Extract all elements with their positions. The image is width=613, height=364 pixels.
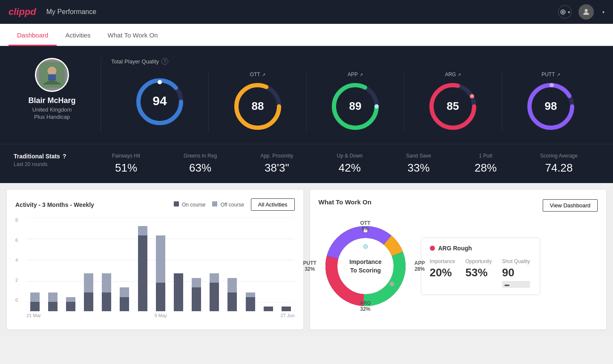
legend-off-course: Off course bbox=[212, 201, 244, 208]
bar-on-13 bbox=[264, 307, 273, 311]
bar-off-10 bbox=[210, 273, 219, 283]
gauge-ott-value: 88 bbox=[251, 100, 264, 112]
y-label-2: 2 bbox=[15, 278, 24, 283]
y-label-0: 0 bbox=[15, 298, 24, 303]
svg-point-2 bbox=[48, 67, 57, 76]
bars-rendered bbox=[26, 218, 295, 311]
plus-icon: ⊕ bbox=[560, 7, 566, 17]
gauge-total: 94 bbox=[111, 76, 208, 127]
bar-off-6 bbox=[138, 226, 147, 235]
x-axis: 21 Mar 9 May 27 Jun bbox=[26, 313, 295, 318]
bar-group-1 bbox=[44, 218, 61, 311]
metric-shot-quality-badge: ▬ bbox=[502, 281, 530, 288]
logo[interactable]: clippd bbox=[9, 6, 36, 17]
svg-point-6 bbox=[158, 80, 162, 84]
stats-bar-label: Traditional Stats ? Last 20 rounds bbox=[14, 153, 90, 167]
bottom-panels: Activity - 3 Months - Weekly On course O… bbox=[0, 183, 613, 336]
x-label-may: 9 May bbox=[154, 313, 167, 318]
putt-donut-label: PUTT 32% bbox=[303, 260, 317, 272]
divider-vertical bbox=[101, 58, 101, 132]
on-course-dot bbox=[174, 201, 179, 206]
bar-group-14 bbox=[278, 218, 294, 311]
stat-items: Fairways Hit 51% Greens In Reg 63% App. … bbox=[90, 153, 599, 175]
svg-rect-3 bbox=[48, 75, 56, 81]
player-handicap: Plus Handicap bbox=[34, 114, 70, 120]
stat-scoring-average: Scoring Average 74.28 bbox=[540, 153, 578, 175]
ott-donut-label: OTT 8% bbox=[360, 220, 371, 232]
bar-off-9 bbox=[192, 278, 201, 287]
user-avatar[interactable] bbox=[578, 4, 594, 20]
gauge-arg-value: 85 bbox=[447, 100, 459, 112]
gauge-app: APP ↗ 89 bbox=[306, 72, 404, 132]
bar-group-13 bbox=[260, 218, 276, 311]
bar-on-5 bbox=[120, 297, 129, 311]
y-label-4: 4 bbox=[15, 258, 24, 263]
svg-point-14 bbox=[470, 94, 474, 98]
legend-on-course: On course bbox=[174, 201, 206, 208]
header-title: My Performance bbox=[46, 8, 96, 16]
bar-off-12 bbox=[246, 292, 255, 297]
arg-donut-label: ARG 32% bbox=[360, 300, 371, 312]
off-course-label: Off course bbox=[221, 202, 244, 208]
all-activities-button[interactable]: All Activities bbox=[251, 198, 295, 211]
y-label-8: 8 bbox=[15, 218, 24, 223]
gauge-putt-svg: 98 bbox=[525, 81, 576, 132]
what-to-work-on-panel: What To Work On View Dashboard bbox=[310, 190, 607, 330]
bar-off-2 bbox=[66, 297, 75, 302]
bar-on-8 bbox=[174, 273, 183, 311]
add-chevron: ▾ bbox=[568, 10, 570, 14]
stat-app-proximity-label: App. Proximity bbox=[260, 153, 293, 159]
user-chevron: ▾ bbox=[602, 10, 604, 14]
svg-point-17 bbox=[550, 83, 554, 87]
stat-scoring-average-label: Scoring Average bbox=[540, 153, 578, 159]
player-avatar bbox=[35, 58, 69, 92]
stat-sand-save: Sand Save 33% bbox=[406, 153, 431, 175]
tab-activities[interactable]: Activities bbox=[57, 24, 99, 46]
bar-off-0 bbox=[30, 292, 40, 302]
add-button[interactable]: ⊕ ▾ bbox=[558, 5, 572, 19]
gauge-ott-label: OTT ↗ bbox=[250, 72, 265, 77]
donut-svg: Importance To Scoring bbox=[319, 219, 412, 313]
quality-help-icon[interactable]: ? bbox=[161, 58, 168, 65]
stat-sand-save-value: 33% bbox=[408, 161, 430, 175]
bar-on-14 bbox=[282, 307, 291, 311]
stat-up-and-down-value: 42% bbox=[339, 161, 361, 175]
bar-on-6 bbox=[138, 235, 147, 311]
gauge-app-svg: 89 bbox=[330, 81, 381, 132]
bar-on-9 bbox=[192, 287, 201, 311]
nav-tabs: Dashboard Activities What To Work On bbox=[0, 24, 613, 46]
player-photo bbox=[39, 62, 65, 88]
hero-panel: Blair McHarg United Kingdom Plus Handica… bbox=[0, 46, 613, 144]
traditional-stats-subtitle: Last 20 rounds bbox=[14, 161, 90, 167]
stat-fairways-hit-value: 51% bbox=[115, 161, 137, 175]
bar-on-0 bbox=[30, 302, 40, 311]
stat-1-putt-label: 1 Putt bbox=[479, 153, 492, 159]
bar-chart: 8 6 4 2 0 bbox=[15, 218, 295, 311]
header: clippd My Performance ⊕ ▾ ▾ bbox=[0, 0, 613, 24]
bar-group-11 bbox=[224, 218, 241, 311]
tab-what-to-work-on[interactable]: What To Work On bbox=[99, 24, 167, 46]
on-course-label: On course bbox=[182, 202, 205, 208]
stat-greens-in-reg-label: Greens In Reg bbox=[184, 153, 217, 159]
player-info: Blair McHarg United Kingdom Plus Handica… bbox=[14, 58, 90, 120]
tab-dashboard[interactable]: Dashboard bbox=[9, 24, 57, 46]
traditional-stats-help-icon[interactable]: ? bbox=[63, 153, 66, 160]
metric-importance-label: Importance bbox=[430, 258, 455, 264]
gauges: 94 OTT ↗ 88 bbox=[111, 72, 599, 132]
info-card-metrics: Importance 20% Opportunity 53% Shot Qual… bbox=[430, 258, 531, 288]
activity-chart-panel: Activity - 3 Months - Weekly On course O… bbox=[7, 190, 303, 330]
bar-group-7 bbox=[152, 218, 169, 311]
bar-off-3 bbox=[84, 273, 93, 292]
gauge-putt: PUTT ↗ 98 bbox=[502, 72, 599, 132]
off-course-dot bbox=[212, 201, 217, 206]
svg-text:To Scoring: To Scoring bbox=[350, 267, 380, 274]
metric-opportunity-label: Opportunity bbox=[466, 258, 492, 264]
stat-greens-in-reg: Greens In Reg 63% bbox=[184, 153, 217, 175]
metric-importance: Importance 20% bbox=[430, 258, 455, 288]
bar-on-11 bbox=[227, 292, 237, 311]
bar-on-3 bbox=[84, 292, 93, 311]
view-dashboard-button[interactable]: View Dashboard bbox=[543, 199, 598, 212]
chart-legend: On course Off course bbox=[174, 201, 244, 208]
stat-sand-save-label: Sand Save bbox=[406, 153, 431, 159]
bar-chart-container: 8 6 4 2 0 bbox=[15, 218, 295, 311]
